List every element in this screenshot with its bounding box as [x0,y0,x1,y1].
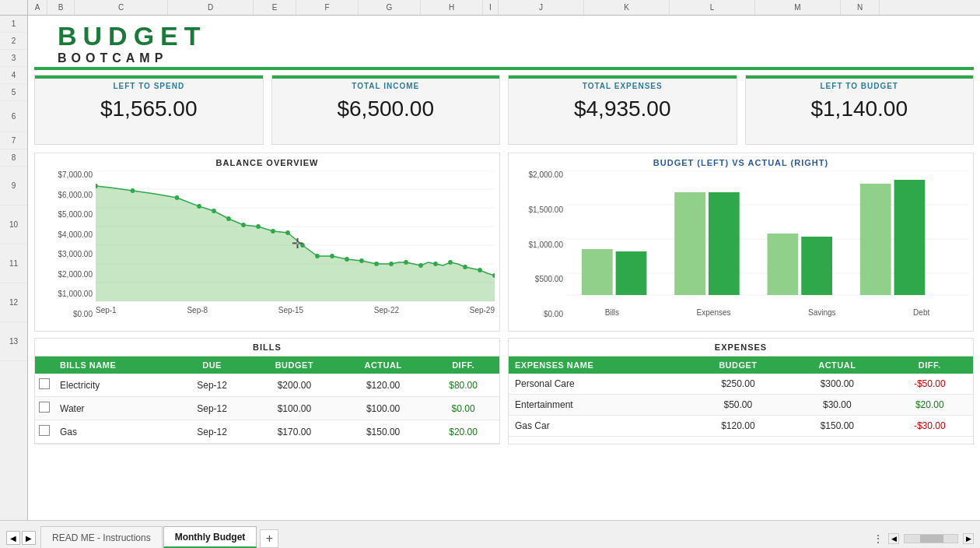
col-header-K: K [584,0,670,15]
card-left-to-budget: LEFT TO BUDGET $1,140.00 [745,75,975,145]
exp-actual-2: $150.00 [788,416,886,437]
bills-checkbox-2[interactable] [35,420,54,444]
budget-chart-title: BUDGET (LEFT) VS ACTUAL (RIGHT) [513,158,968,167]
x-label-sep8: Sep-8 [187,306,208,314]
exp-col-budget: BUDGET [688,357,789,374]
col-header-I: I [483,0,499,15]
move-cursor-icon: ✛ [292,235,303,252]
bar-y-1000: $1,000.00 [513,241,563,249]
exp-row-2: Gas Car $120.00 $150.00 -$30.00 [509,416,973,437]
bottom-tab-bar: ◀ ▶ READ ME - Instructions Monthly Budge… [0,520,980,548]
exp-budget-2: $120.00 [688,416,789,437]
bills-col-diff: DIFF. [427,357,499,374]
bills-col-budget: BUDGET [250,357,339,374]
bar-x-expenses: Expenses [697,308,731,317]
bills-actual-1: $100.00 [339,397,427,420]
bills-checkbox-0[interactable] [35,374,54,397]
row-num-6: 6 [0,101,27,132]
col-header-M: M [755,0,841,15]
bills-diff-0: $80.00 [427,374,499,397]
logo-bootcamp: BOOTCAMP [58,51,974,65]
tab-monthly-budget[interactable]: Monthly Budget [163,526,257,548]
charts-row: BALANCE OVERVIEW ✛ $7,000.00 $6,000.00 $… [34,153,974,332]
row-num-3: 3 [0,50,27,67]
y-label-2000: $2,000.00 [40,270,93,279]
y-label-0: $0.00 [40,310,93,318]
bills-name-0: Electricity [54,374,174,397]
bills-checkbox-1[interactable] [35,397,54,420]
bills-due-1: Sep-12 [174,397,249,420]
bills-name-1: Water [54,397,174,420]
svg-rect-44 [860,184,891,295]
y-label-1000: $1,000.00 [40,290,93,298]
tab-next-btn[interactable]: ▶ [22,531,36,545]
exp-budget-0: $250.00 [688,374,789,395]
svg-point-26 [404,260,408,265]
exp-col-actual: ACTUAL [788,357,886,374]
add-sheet-button[interactable]: + [260,529,278,548]
budget-chart-container: BUDGET (LEFT) VS ACTUAL (RIGHT) $2,000.0… [508,153,974,332]
svg-point-21 [330,254,334,258]
exp-budget-1: $50.00 [688,395,789,416]
svg-point-23 [359,258,364,263]
svg-point-30 [463,265,467,269]
bills-col-checkbox [35,357,54,374]
row-num-7: 7 [0,132,27,149]
svg-point-20 [315,254,320,258]
card-total-income: TOTAL INCOME $6,500.00 [271,75,501,145]
card-label-left-to-spend: LEFT TO SPEND [44,82,254,90]
kebab-menu-icon[interactable]: ⋮ [873,532,884,545]
bills-actual-0: $120.00 [339,374,427,397]
tab-prev-btn[interactable]: ◀ [6,531,20,545]
svg-point-11 [175,195,180,200]
divider-line [34,67,974,70]
balance-chart-container: BALANCE OVERVIEW ✛ $7,000.00 $6,000.00 $… [34,153,500,332]
exp-actual-0: $300.00 [788,374,886,395]
exp-row-1: Entertainment $50.00 $30.00 $20.00 [509,395,973,416]
svg-point-13 [212,209,216,213]
expenses-table-container: EXPENSES EXPENSES NAME BUDGET ACTUAL DIF… [508,338,974,444]
bar-y-500: $500.00 [513,275,563,283]
svg-point-14 [226,216,231,221]
card-value-left-to-budget: $1,140.00 [755,97,964,121]
exp-diff-1: $20.00 [886,395,973,416]
row-num-12: 12 [0,283,27,322]
bills-col-due: DUE [174,357,249,374]
svg-point-16 [256,224,261,229]
scroll-left-btn[interactable]: ◀ [888,533,899,544]
bills-diff-2: $20.00 [427,420,499,444]
bar-y-2000: $2,000.00 [513,170,563,179]
row-num-1: 1 [0,16,27,33]
svg-point-25 [389,262,394,266]
bills-budget-1: $100.00 [250,397,339,420]
x-label-sep29: Sep-29 [470,306,495,314]
col-header-J: J [499,0,584,15]
exp-diff-2: -$30.00 [886,416,973,437]
svg-rect-38 [582,249,613,295]
bar-y-0: $0.00 [513,310,563,318]
svg-point-24 [374,262,379,266]
bar-x-bills: Bills [605,308,619,317]
card-value-total-expenses: $4,935.00 [518,97,727,121]
svg-rect-43 [801,237,832,295]
svg-rect-41 [709,192,740,295]
svg-point-18 [285,230,290,235]
row-num-5: 5 [0,84,27,101]
horizontal-scrollbar[interactable] [904,534,958,543]
exp-row-0: Personal Care $250.00 $300.00 -$50.00 [509,374,973,395]
bills-col-name: BILLS NAME [54,357,174,374]
tab-readme[interactable]: READ ME - Instructions [40,526,163,548]
y-label-5000: $5,000.00 [40,210,93,219]
scroll-right-btn[interactable]: ▶ [963,533,974,544]
balance-chart-title: BALANCE OVERVIEW [40,158,495,167]
exp-name-0: Personal Care [509,374,688,395]
col-header-H: H [421,0,483,15]
card-value-left-to-spend: $1,565.00 [44,97,254,121]
bills-row-2: Gas Sep-12 $170.00 $150.00 $20.00 [35,420,499,444]
col-header-N: N [841,0,880,15]
col-header-C: C [75,0,168,15]
svg-point-12 [197,204,201,209]
y-label-7000: $7,000.00 [40,170,93,179]
svg-rect-45 [894,180,926,295]
row-num-13: 13 [0,322,27,361]
